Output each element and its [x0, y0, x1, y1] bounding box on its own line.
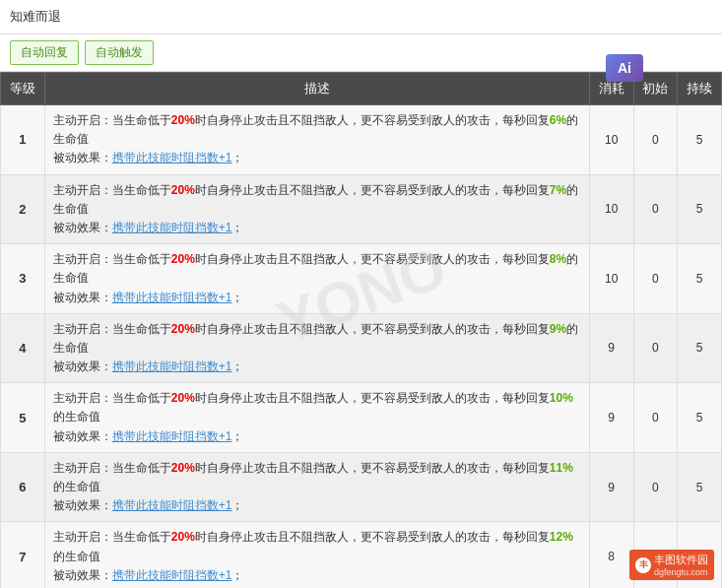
desc-cell: 主动开启：当生命低于20%时自身停止攻击且不阻挡敌人，更不容易受到敌人的攻击，每…: [44, 313, 589, 383]
skill-link[interactable]: 携带此技能时阻挡数+1: [112, 151, 232, 164]
grade-cell: 1: [1, 105, 45, 175]
cost-cell: 9: [589, 452, 633, 522]
table-row: 1主动开启：当生命低于20%时自身停止攻击且不阻挡敌人，更不容易受到敌人的攻击，…: [1, 105, 722, 175]
cost-cell: 10: [589, 244, 633, 314]
title-bar: 知难而退: [0, 0, 722, 34]
cost-cell: 10: [589, 105, 633, 175]
col-header-grade: 等级: [1, 73, 45, 105]
duration-cell: 5: [678, 105, 722, 175]
duration-cell: 5: [678, 313, 722, 383]
init-cell: 0: [633, 383, 678, 453]
col-header-duration: 持续: [678, 73, 722, 105]
skill-link[interactable]: 携带此技能时阻挡数+1: [112, 429, 232, 443]
desc-cell: 主动开启：当生命低于20%时自身停止攻击且不阻挡敌人，更不容易受到敌人的攻击，每…: [44, 383, 589, 453]
grade-cell: 2: [1, 174, 45, 244]
cost-cell: 9: [589, 383, 633, 453]
duration-cell: 5: [678, 383, 722, 453]
logo-icon: 丰: [635, 557, 651, 573]
skill-link[interactable]: 携带此技能时阻挡数+1: [112, 359, 232, 373]
skill-link[interactable]: 携带此技能时阻挡数+1: [112, 568, 232, 582]
duration-cell: 5: [678, 244, 722, 314]
desc-cell: 主动开启：当生命低于20%时自身停止攻击且不阻挡敌人，更不容易受到敌人的攻击，每…: [44, 452, 589, 522]
grade-cell: 4: [1, 313, 45, 383]
cost-cell: 8: [589, 522, 633, 588]
cost-cell: 9: [589, 313, 633, 383]
logo-text: 丰图软件园 dgfengtu.com: [654, 553, 708, 577]
desc-cell: 主动开启：当生命低于20%时自身停止攻击且不阻挡敌人，更不容易受到敌人的攻击，每…: [44, 244, 589, 314]
init-cell: 0: [633, 105, 678, 175]
desc-cell: 主动开启：当生命低于20%时自身停止攻击且不阻挡敌人，更不容易受到敌人的攻击，每…: [44, 105, 589, 175]
table-row: 6主动开启：当生命低于20%时自身停止攻击且不阻挡敌人，更不容易受到敌人的攻击，…: [1, 452, 722, 522]
skill-link[interactable]: 携带此技能时阻挡数+1: [112, 221, 232, 234]
init-cell: 0: [633, 174, 678, 244]
init-cell: 0: [633, 244, 678, 314]
table-row: 4主动开启：当生命低于20%时自身停止攻击且不阻挡敌人，更不容易受到敌人的攻击，…: [1, 313, 722, 383]
duration-cell: 5: [678, 452, 722, 522]
logo-badge: 丰 丰图软件园 dgfengtu.com: [629, 550, 714, 580]
table-row: 7主动开启：当生命低于20%时自身停止攻击且不阻挡敌人，更不容易受到敌人的攻击，…: [1, 522, 722, 588]
duration-cell: 5: [678, 174, 722, 244]
auto-reply-button[interactable]: 自动回复: [10, 40, 79, 65]
grade-cell: 7: [1, 522, 45, 588]
table-row: 3主动开启：当生命低于20%时自身停止攻击且不阻挡敌人，更不容易受到敌人的攻击，…: [1, 244, 722, 314]
skill-table: 等级 描述 消耗 初始 持续 1主动开启：当生命低于20%时自身停止攻击且不阻挡…: [0, 72, 722, 588]
desc-cell: 主动开启：当生命低于20%时自身停止攻击且不阻挡敌人，更不容易受到敌人的攻击，每…: [44, 174, 589, 244]
auto-trigger-button[interactable]: 自动触发: [85, 40, 154, 65]
init-cell: 0: [633, 452, 678, 522]
table-row: 2主动开启：当生命低于20%时自身停止攻击且不阻挡敌人，更不容易受到敌人的攻击，…: [1, 174, 722, 244]
table-row: 5主动开启：当生命低于20%时自身停止攻击且不阻挡敌人，更不容易受到敌人的攻击，…: [1, 383, 722, 453]
main-container: 知难而退 自动回复 自动触发 等级 描述 消耗 初始 持续 1主动开启：当生命低…: [0, 0, 722, 588]
col-header-desc: 描述: [44, 73, 589, 105]
grade-cell: 3: [1, 244, 45, 314]
init-cell: 0: [633, 313, 678, 383]
page-title: 知难而退: [10, 9, 61, 24]
grade-cell: 6: [1, 452, 45, 522]
ai-badge: Ai: [606, 54, 643, 82]
cost-cell: 10: [589, 174, 633, 244]
skill-link[interactable]: 携带此技能时阻挡数+1: [112, 498, 232, 512]
skill-link[interactable]: 携带此技能时阻挡数+1: [112, 291, 232, 304]
grade-cell: 5: [1, 383, 45, 453]
desc-cell: 主动开启：当生命低于20%时自身停止攻击且不阻挡敌人，更不容易受到敌人的攻击，每…: [44, 522, 589, 588]
